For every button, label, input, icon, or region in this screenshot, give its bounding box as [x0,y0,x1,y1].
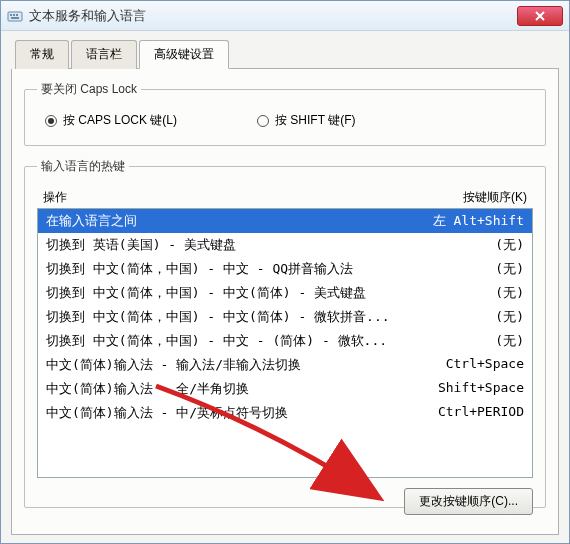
radio-label: 按 CAPS LOCK 键(L) [63,112,177,129]
close-button[interactable] [517,6,563,26]
hotkey-row[interactable]: 切换到 中文(简体，中国) - 中文(简体) - 微软拼音...(无) [38,305,532,329]
radio-dot-icon [257,115,269,127]
hotkey-op: 中文(简体)输入法 - 全/半角切换 [46,380,414,398]
hotkey-key: (无) [414,260,524,278]
hotkey-op: 在输入语言之间 [46,212,414,230]
tab-advanced-keys[interactable]: 高级键设置 [139,40,229,69]
hotkey-row[interactable]: 中文(简体)输入法 - 输入法/非输入法切换Ctrl+Space [38,353,532,377]
hotkey-row[interactable]: 切换到 英语(美国) - 美式键盘(无) [38,233,532,257]
svg-rect-4 [11,17,19,19]
capslock-group: 要关闭 Caps Lock 按 CAPS LOCK 键(L) 按 SHIFT 键… [24,81,546,146]
col-keysequence: 按键顺序(K) [417,189,527,206]
hotkey-key: Ctrl+Space [414,356,524,374]
radio-dot-icon [45,115,57,127]
hotkey-key: (无) [414,332,524,350]
hotkey-op: 中文(简体)输入法 - 输入法/非输入法切换 [46,356,414,374]
svg-rect-2 [13,14,15,16]
hotkey-op: 切换到 中文(简体，中国) - 中文(简体) - 美式键盘 [46,284,414,302]
capslock-legend: 要关闭 Caps Lock [37,81,141,98]
hotkey-row[interactable]: 在输入语言之间左 Alt+Shift [38,209,532,233]
hotkey-key: Ctrl+PERIOD [414,404,524,422]
radio-label: 按 SHIFT 键(F) [275,112,355,129]
svg-rect-3 [16,14,18,16]
window-title: 文本服务和输入语言 [29,7,517,25]
client-area: 常规 语言栏 高级键设置 要关闭 Caps Lock 按 CAPS LOCK 键… [1,31,569,543]
hotkey-row[interactable]: 切换到 中文(简体，中国) - 中文 - QQ拼音输入法(无) [38,257,532,281]
svg-rect-0 [8,12,22,21]
hotkey-key: (无) [414,236,524,254]
hotkey-row[interactable]: 中文(简体)输入法 - 全/半角切换Shift+Space [38,377,532,401]
radio-shift[interactable]: 按 SHIFT 键(F) [257,112,355,129]
hotkey-key: 左 Alt+Shift [414,212,524,230]
hotkey-key: Shift+Space [414,380,524,398]
hotkey-legend: 输入语言的热键 [37,158,129,175]
hotkey-group: 输入语言的热键 操作 按键顺序(K) 在输入语言之间左 Alt+Shift切换到… [24,158,546,508]
hotkey-op: 切换到 中文(简体，中国) - 中文 - QQ拼音输入法 [46,260,414,278]
tab-panel: 要关闭 Caps Lock 按 CAPS LOCK 键(L) 按 SHIFT 键… [11,69,559,535]
dialog-window: 文本服务和输入语言 常规 语言栏 高级键设置 要关闭 Caps Lock 按 C… [0,0,570,544]
radio-capslock[interactable]: 按 CAPS LOCK 键(L) [45,112,177,129]
hotkey-header: 操作 按键顺序(K) [37,185,533,208]
hotkey-op: 切换到 英语(美国) - 美式键盘 [46,236,414,254]
hotkey-listbox[interactable]: 在输入语言之间左 Alt+Shift切换到 英语(美国) - 美式键盘(无)切换… [37,208,533,478]
hotkey-row[interactable]: 切换到 中文(简体，中国) - 中文 - (简体) - 微软...(无) [38,329,532,353]
hotkey-key: (无) [414,308,524,326]
change-key-sequence-button[interactable]: 更改按键顺序(C)... [404,488,533,515]
hotkey-op: 中文(简体)输入法 - 中/英标点符号切换 [46,404,414,422]
hotkey-row[interactable]: 切换到 中文(简体，中国) - 中文(简体) - 美式键盘(无) [38,281,532,305]
tab-language-bar[interactable]: 语言栏 [71,40,137,69]
svg-rect-1 [10,14,12,16]
app-icon [7,8,23,24]
col-operation: 操作 [43,189,417,206]
hotkey-op: 切换到 中文(简体，中国) - 中文 - (简体) - 微软... [46,332,414,350]
titlebar: 文本服务和输入语言 [1,1,569,31]
tab-general[interactable]: 常规 [15,40,69,69]
hotkey-op: 切换到 中文(简体，中国) - 中文(简体) - 微软拼音... [46,308,414,326]
hotkey-key: (无) [414,284,524,302]
hotkey-row[interactable]: 中文(简体)输入法 - 中/英标点符号切换Ctrl+PERIOD [38,401,532,425]
tab-strip: 常规 语言栏 高级键设置 [15,39,559,69]
